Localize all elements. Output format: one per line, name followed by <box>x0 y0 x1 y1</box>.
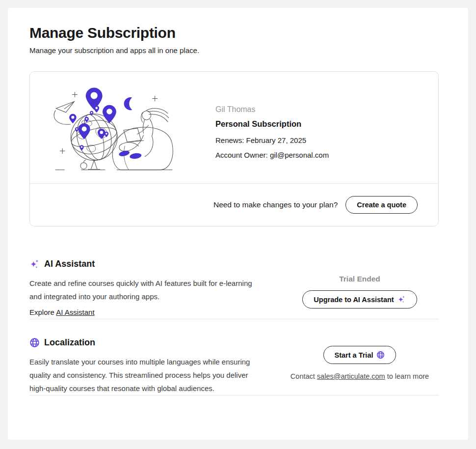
renews-value: February 27, 2025 <box>246 136 307 144</box>
ai-assistant-heading: AI Assistant <box>29 259 286 269</box>
ai-assistant-title: AI Assistant <box>44 259 95 269</box>
globe-icon <box>29 337 40 348</box>
contact-sales-line: Contact sales@articulate.com to learn mo… <box>286 372 433 380</box>
sparkles-icon <box>397 295 406 304</box>
subscription-card: Gil Thomas Personal Subscription Renews:… <box>29 71 439 226</box>
account-owner-label: Account Owner: <box>215 151 268 159</box>
explore-prefix: Explore <box>29 308 56 316</box>
page-subtitle: Manage your subscription and apps all in… <box>29 46 439 55</box>
ai-assistant-description: Create and refine courses quickly with A… <box>29 277 260 303</box>
localization-heading: Localization <box>29 337 286 348</box>
account-owner-value: gil@personal.com <box>270 151 329 159</box>
localization-actions: Start a Trial Contact sales@articulate.c… <box>286 337 433 395</box>
localization-description: Easily translate your courses into multi… <box>29 355 260 395</box>
globe-icon <box>376 351 385 359</box>
ai-assistant-section: AI Assistant Create and refine courses q… <box>22 259 439 319</box>
start-trial-label: Start a Trial <box>335 351 373 359</box>
localization-title: Localization <box>44 337 95 348</box>
account-owner: Account Owner: gil@personal.com <box>215 151 329 159</box>
create-quote-label: Create a quote <box>357 201 406 209</box>
explore-ai-assistant-link[interactable]: AI Assistant <box>56 308 94 316</box>
localization-info: Localization Easily translate your cours… <box>22 337 286 395</box>
renewal-date: Renews: February 27, 2025 <box>215 136 329 144</box>
page-title: Manage Subscription <box>29 25 439 41</box>
start-trial-button[interactable]: Start a Trial <box>323 346 397 364</box>
subscription-card-footer: Need to make changes to your plan? Creat… <box>30 183 438 226</box>
ai-assistant-actions: Trial Ended Upgrade to AI Assistant <box>286 259 433 319</box>
contact-prefix: Contact <box>291 372 317 380</box>
subscription-info: Gil Thomas Personal Subscription Renews:… <box>215 81 329 183</box>
explore-line: Explore AI Assistant <box>29 306 286 319</box>
sales-email-link[interactable]: sales@articulate.com <box>317 372 385 380</box>
section-divider <box>29 395 439 395</box>
content-panel: Manage Subscription Manage your subscrip… <box>8 8 468 440</box>
upgrade-ai-assistant-button[interactable]: Upgrade to AI Assistant <box>302 290 417 309</box>
owner-name: Gil Thomas <box>215 105 329 114</box>
subscription-card-main: Gil Thomas Personal Subscription Renews:… <box>30 72 438 183</box>
renews-label: Renews: <box>215 136 244 144</box>
create-quote-button[interactable]: Create a quote <box>345 196 418 214</box>
globe-illustration <box>50 83 178 172</box>
plan-name: Personal Subscription <box>215 119 329 129</box>
ai-assistant-info: AI Assistant Create and refine courses q… <box>22 259 286 319</box>
sparkles-icon <box>29 259 40 269</box>
plan-change-question: Need to make changes to your plan? <box>213 200 338 209</box>
section-divider <box>29 319 439 319</box>
upgrade-ai-assistant-label: Upgrade to AI Assistant <box>314 296 394 304</box>
localization-section: Localization Easily translate your cours… <box>22 337 439 395</box>
trial-status-badge: Trial Ended <box>286 275 433 283</box>
contact-suffix: to learn more <box>385 372 429 380</box>
